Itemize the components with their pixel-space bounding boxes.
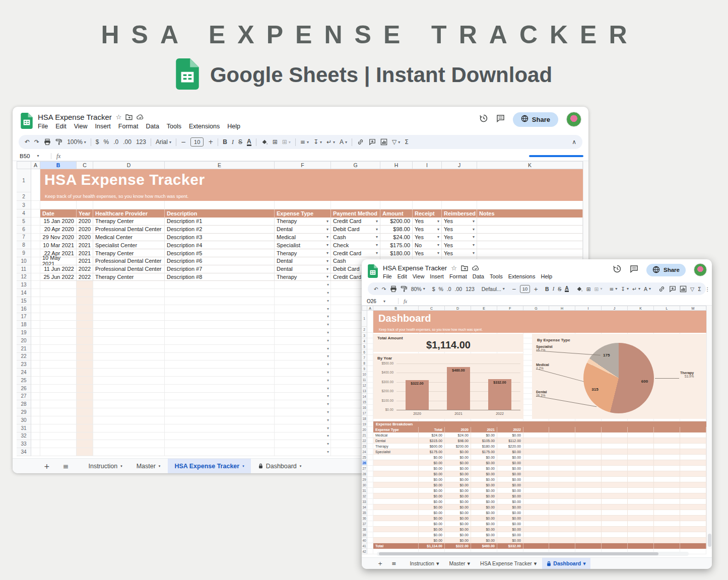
cell-amount[interactable]: $180.00 — [380, 249, 413, 257]
column-header-C[interactable]: C — [419, 306, 445, 311]
cell[interactable] — [477, 201, 583, 209]
column-header-E[interactable]: E — [471, 306, 497, 311]
cell[interactable] — [275, 201, 331, 209]
cell[interactable] — [31, 360, 40, 369]
row-header-9[interactable]: 9 — [17, 249, 31, 257]
decrease-font-size-icon[interactable]: − — [181, 138, 186, 146]
cell[interactable] — [93, 360, 165, 369]
cell[interactable] — [165, 360, 275, 369]
cell-notes[interactable] — [477, 226, 583, 234]
menu-edit[interactable]: Edit — [55, 123, 67, 130]
cell[interactable] — [93, 440, 165, 448]
cell-provider[interactable]: Specialist Center — [93, 241, 165, 249]
row-header-17[interactable]: 17 — [17, 313, 31, 321]
move-folder-icon[interactable] — [461, 265, 468, 271]
cell[interactable] — [331, 201, 380, 209]
collapse-toolbar-icon[interactable]: ∧ — [572, 138, 576, 146]
cell[interactable] — [31, 337, 40, 345]
sheets-home-icon[interactable] — [21, 113, 33, 131]
cell-reimbersed[interactable]: Yes▾ — [442, 218, 477, 226]
menu-tools[interactable]: Tools — [167, 123, 181, 130]
tab-dashboard[interactable]: Dashboard▾ — [252, 459, 308, 473]
font-size-input[interactable]: 10 — [190, 137, 204, 147]
cell-payment[interactable]: Credit Card▾ — [331, 249, 380, 257]
undo-icon[interactable]: ↶ — [374, 286, 378, 292]
column-header-H[interactable]: H — [549, 306, 575, 311]
cell-amount[interactable]: $24.00 — [380, 234, 413, 242]
cell[interactable] — [165, 321, 275, 329]
row-header-32[interactable]: 32 — [17, 432, 31, 441]
format-percent-icon[interactable]: % — [104, 138, 109, 146]
cell[interactable] — [93, 448, 165, 456]
cell[interactable] — [77, 360, 93, 369]
cell-amount[interactable]: $98.00 — [380, 226, 413, 234]
cell[interactable] — [31, 400, 40, 408]
horizontal-align-icon[interactable]: ≡▾ — [300, 138, 309, 146]
comments-icon[interactable] — [496, 114, 505, 124]
menu-edit[interactable]: Edit — [398, 273, 407, 279]
cell-provider[interactable]: Therapy Center — [93, 218, 165, 226]
tab-master[interactable]: Master▾ — [444, 558, 475, 569]
cell[interactable] — [40, 416, 77, 424]
cell[interactable] — [77, 305, 93, 313]
grid-corner[interactable] — [17, 161, 31, 169]
cell-description[interactable]: Description #8 — [165, 273, 275, 281]
cell[interactable] — [93, 408, 165, 416]
row-header-24[interactable]: 24 — [17, 369, 31, 377]
cell-provider[interactable]: Therapy Center — [93, 273, 165, 281]
column-header-F[interactable]: F — [497, 306, 523, 311]
cell[interactable] — [40, 345, 77, 353]
format-currency-icon[interactable]: $ — [96, 138, 99, 146]
cell-year[interactable]: 2021 — [77, 257, 93, 265]
cell-year[interactable]: 2020 — [77, 218, 93, 226]
cell[interactable] — [165, 329, 275, 337]
decrease-decimals-icon[interactable]: .0 — [113, 138, 118, 146]
zoom-select[interactable]: 100%▾ — [67, 138, 86, 146]
column-header-F[interactable]: F — [275, 161, 331, 169]
cell-description[interactable]: Description #7 — [165, 265, 275, 273]
cell-description[interactable]: Description #2 — [165, 226, 275, 234]
cell[interactable] — [77, 377, 93, 385]
cell-amount[interactable]: $175.00 — [380, 241, 413, 249]
menu-view[interactable]: View — [74, 123, 88, 130]
text-wrap-icon[interactable]: ↵▾ — [632, 286, 640, 292]
cell[interactable] — [31, 265, 40, 273]
cell-date[interactable]: 15 Jan 2020 — [40, 218, 77, 226]
column-header-B[interactable]: B — [40, 161, 77, 169]
cell[interactable] — [31, 440, 40, 448]
menu-view[interactable]: View — [413, 273, 425, 279]
move-folder-icon[interactable] — [125, 114, 133, 120]
cell[interactable] — [77, 369, 93, 377]
menu-extensions[interactable]: Extensions — [189, 123, 220, 130]
cell-expense_type[interactable]: Therapy▾ — [275, 249, 331, 257]
cell[interactable] — [77, 297, 93, 305]
menu-format[interactable]: Format — [118, 123, 139, 130]
cell[interactable] — [77, 448, 93, 456]
cell[interactable] — [93, 329, 165, 337]
cell[interactable] — [31, 313, 40, 321]
name-box[interactable]: B50▾ — [20, 153, 46, 159]
cell[interactable]: ▾ — [275, 353, 331, 361]
column-header-I[interactable]: I — [413, 161, 442, 169]
column-header-G[interactable]: G — [331, 161, 380, 169]
italic-icon[interactable]: I — [232, 138, 234, 146]
add-sheet-icon[interactable]: + — [44, 462, 50, 470]
merge-cells-icon[interactable]: ⊞▾ — [282, 138, 291, 146]
redo-icon[interactable]: ↷ — [34, 138, 39, 146]
grid-corner[interactable] — [362, 306, 367, 311]
cell[interactable] — [93, 385, 165, 393]
font-size-input[interactable]: 10 — [520, 285, 531, 293]
menu-tools[interactable]: Tools — [490, 273, 503, 279]
cell[interactable] — [93, 281, 165, 289]
cell[interactable] — [77, 432, 93, 441]
row-header-18[interactable]: 18 — [17, 321, 31, 329]
cell[interactable] — [93, 321, 165, 329]
row-header-6[interactable]: 6 — [17, 226, 31, 234]
cell[interactable]: ▾ — [275, 313, 331, 321]
cell[interactable] — [77, 393, 93, 401]
borders-icon[interactable]: ⊞ — [586, 286, 591, 292]
cell[interactable] — [40, 448, 77, 456]
column-header-I[interactable]: I — [575, 306, 602, 311]
cell[interactable] — [40, 281, 77, 289]
row-header-33[interactable]: 33 — [17, 440, 31, 448]
